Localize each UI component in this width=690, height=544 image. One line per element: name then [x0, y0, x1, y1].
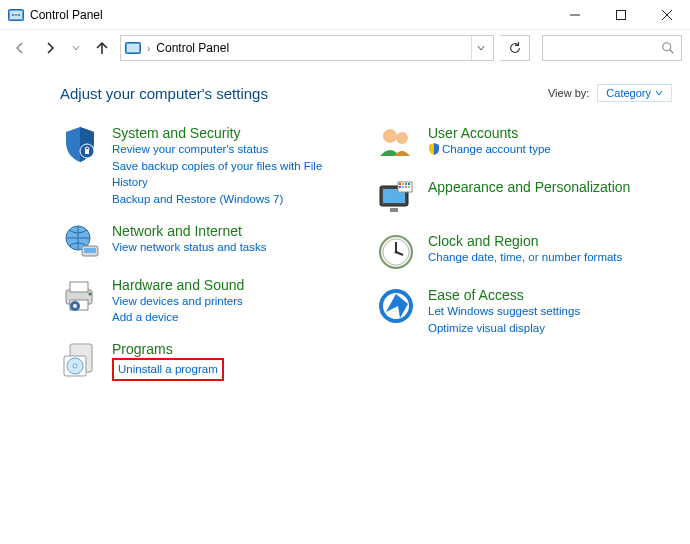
right-column: User Accounts Change account type	[376, 124, 672, 395]
back-button[interactable]	[8, 36, 32, 60]
category-title[interactable]: Hardware and Sound	[112, 277, 244, 293]
category-title[interactable]: Network and Internet	[112, 223, 266, 239]
forward-button[interactable]	[38, 36, 62, 60]
svg-point-47	[395, 251, 398, 254]
chevron-down-icon	[655, 89, 663, 97]
link-file-history[interactable]: Save backup copies of your files with Fi…	[112, 158, 356, 191]
link-review-status[interactable]: Review your computer's status	[112, 141, 356, 158]
category-programs: Programs Uninstall a program	[60, 340, 356, 381]
printer-icon	[60, 276, 100, 316]
svg-rect-33	[390, 208, 398, 212]
title-bar: Control Panel	[0, 0, 690, 30]
breadcrumb[interactable]: Control Panel	[156, 41, 229, 55]
globe-icon	[60, 222, 100, 262]
uac-shield-icon	[428, 143, 440, 155]
chevron-right-icon: ›	[147, 43, 150, 54]
svg-rect-37	[405, 183, 407, 185]
view-by-select[interactable]: Category	[597, 84, 672, 102]
link-change-account-type[interactable]: Change account type	[428, 141, 551, 158]
svg-rect-15	[85, 149, 89, 154]
svg-rect-18	[84, 248, 96, 253]
refresh-button[interactable]	[500, 35, 530, 61]
link-backup-restore[interactable]: Backup and Restore (Windows 7)	[112, 191, 356, 208]
monitor-colors-icon	[376, 178, 416, 218]
svg-rect-40	[402, 186, 404, 188]
svg-point-4	[18, 14, 20, 16]
svg-point-22	[89, 292, 92, 295]
category-system-security: System and Security Review your computer…	[60, 124, 356, 208]
svg-point-2	[12, 14, 14, 16]
close-button[interactable]	[644, 0, 690, 30]
shield-icon	[60, 124, 100, 164]
category-title[interactable]: User Accounts	[428, 125, 551, 141]
svg-rect-39	[399, 186, 401, 188]
nav-toolbar: › Control Panel	[0, 30, 690, 66]
category-hardware-sound: Hardware and Sound View devices and prin…	[60, 276, 356, 326]
link-view-devices[interactable]: View devices and printers	[112, 293, 244, 310]
svg-rect-36	[402, 183, 404, 185]
window-title: Control Panel	[30, 8, 103, 22]
view-by-control: View by: Category	[548, 84, 672, 102]
svg-rect-38	[408, 183, 410, 185]
category-ease-of-access: Ease of Access Let Windows suggest setti…	[376, 286, 672, 336]
link-uninstall-program[interactable]: Uninstall a program	[118, 363, 218, 375]
search-input[interactable]	[542, 35, 682, 61]
users-icon	[376, 124, 416, 164]
category-title[interactable]: System and Security	[112, 125, 356, 141]
ease-of-access-icon	[376, 286, 416, 326]
maximize-button[interactable]	[598, 0, 644, 30]
svg-point-12	[663, 43, 671, 51]
svg-point-29	[383, 129, 397, 143]
category-title[interactable]: Programs	[112, 341, 224, 357]
link-suggest-settings[interactable]: Let Windows suggest settings	[428, 303, 580, 320]
category-user-accounts: User Accounts Change account type	[376, 124, 672, 164]
disc-box-icon	[60, 340, 100, 380]
link-change-date-time[interactable]: Change date, time, or number formats	[428, 249, 622, 266]
highlight-box: Uninstall a program	[112, 358, 224, 381]
up-button[interactable]	[90, 36, 114, 60]
svg-rect-41	[405, 186, 407, 188]
category-title[interactable]: Clock and Region	[428, 233, 622, 249]
recent-locations-button[interactable]	[68, 36, 84, 60]
svg-rect-42	[408, 186, 410, 188]
category-appearance-personalization: Appearance and Personalization	[376, 178, 672, 218]
category-title[interactable]: Appearance and Personalization	[428, 179, 630, 195]
link-network-status[interactable]: View network status and tasks	[112, 239, 266, 256]
link-optimize-display[interactable]: Optimize visual display	[428, 320, 580, 337]
svg-line-13	[670, 50, 674, 54]
svg-point-28	[73, 364, 77, 368]
svg-rect-6	[617, 10, 626, 19]
left-column: System and Security Review your computer…	[60, 124, 356, 395]
svg-rect-35	[399, 183, 401, 185]
view-by-label: View by:	[548, 87, 589, 99]
svg-rect-20	[70, 282, 88, 292]
category-network-internet: Network and Internet View network status…	[60, 222, 356, 262]
content-area: Adjust your computer's settings View by:…	[0, 66, 690, 413]
search-icon	[661, 41, 675, 55]
clock-icon	[376, 232, 416, 272]
svg-rect-11	[127, 44, 139, 52]
link-add-device[interactable]: Add a device	[112, 309, 244, 326]
control-panel-icon	[125, 40, 141, 56]
address-dropdown-button[interactable]	[471, 36, 489, 60]
minimize-button[interactable]	[552, 0, 598, 30]
svg-point-24	[73, 304, 77, 308]
address-bar[interactable]: › Control Panel	[120, 35, 494, 61]
page-title: Adjust your computer's settings	[60, 85, 268, 102]
category-title[interactable]: Ease of Access	[428, 287, 580, 303]
category-clock-region: Clock and Region Change date, time, or n…	[376, 232, 672, 272]
control-panel-app-icon	[8, 7, 24, 23]
svg-point-3	[15, 14, 17, 16]
svg-point-30	[396, 132, 408, 144]
